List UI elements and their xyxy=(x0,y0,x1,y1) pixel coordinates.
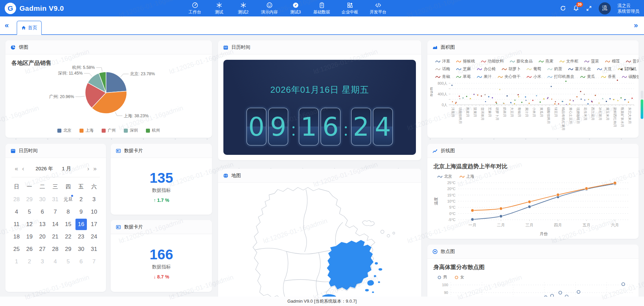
line-legend-item-上海[interactable]: 上海 xyxy=(460,174,474,179)
area-legend-item-话梅[interactable]: 话梅 xyxy=(435,66,450,72)
legend-line-icon xyxy=(626,60,631,63)
calendar-day-11[interactable]: 11 xyxy=(10,218,23,230)
calendar-day-4[interactable]: 4 xyxy=(49,255,62,268)
calendar-day-30[interactable]: 30 xyxy=(75,243,88,255)
nav-item-测试3[interactable]: 测试3 xyxy=(285,1,306,16)
pie-legend-item-深圳[interactable]: 深圳 xyxy=(124,128,138,133)
calendar-day-31[interactable]: 31 xyxy=(88,243,101,255)
legend-prev-icon[interactable]: ◀ xyxy=(620,67,623,71)
nav-item-演示内容[interactable]: 演示内容 xyxy=(257,1,282,16)
calendar-day-7[interactable]: 7 xyxy=(49,206,62,218)
area-legend-item-膨化食品[interactable]: 膨化食品 xyxy=(510,58,533,64)
pie-chart[interactable]: 北京: 23.78%上海: 38.23%广州: 20.96%深圳: 11.45%… xyxy=(5,59,212,125)
nav-item-基础数据[interactable]: 基础数据 xyxy=(309,1,334,16)
calendar-day-27[interactable]: 27 xyxy=(36,243,49,255)
calendar-day-16[interactable]: 16 xyxy=(75,218,88,230)
calendar-day-18[interactable]: 18 xyxy=(10,230,23,243)
calendar-day-6[interactable]: 6 xyxy=(75,255,88,268)
calendar-day-20[interactable]: 20 xyxy=(36,230,49,243)
nav-item-工作台[interactable]: 工作台 xyxy=(184,1,205,16)
area-legend-item-猕猴桃[interactable]: 猕猴桃 xyxy=(456,58,475,64)
calendar-day-2[interactable]: 2 xyxy=(23,255,36,268)
calendar-day-14[interactable]: 14 xyxy=(49,218,62,230)
tabs-expand-button[interactable]: » xyxy=(634,21,638,30)
calendar-month-label[interactable]: 1 月 xyxy=(62,166,71,172)
calendar-prev-button[interactable]: ‹ xyxy=(20,165,26,172)
area-legend-item-奶茶[interactable]: 奶茶 xyxy=(547,66,562,72)
page-scrollbar[interactable] xyxy=(641,91,643,119)
calendar-day-17[interactable]: 17 xyxy=(88,218,101,230)
fullscreen-button[interactable] xyxy=(586,5,592,11)
area-legend-item-芝麻[interactable]: 芝麻 xyxy=(456,66,471,72)
legend-next-icon[interactable]: ▶ xyxy=(631,67,634,71)
calendar-day-元旦[interactable]: 元旦 xyxy=(62,193,75,206)
calendar-next-button[interactable]: › xyxy=(85,165,91,172)
area-legend-item-文件柜[interactable]: 文件柜 xyxy=(559,58,578,64)
area-legend-item-薯片礼盒[interactable]: 薯片礼盒 xyxy=(568,66,591,72)
calendar-day-7[interactable]: 7 xyxy=(88,255,101,268)
nav-item-开发平台[interactable]: 开发平台 xyxy=(366,1,390,16)
calendar-day-28[interactable]: 28 xyxy=(49,243,62,255)
area-legend-item-普洱茶[interactable]: 普洱茶 xyxy=(626,58,639,64)
pie-legend-item-广州[interactable]: 广州 xyxy=(102,128,116,133)
area-legend-item-菠菜[interactable]: 菠菜 xyxy=(584,58,599,64)
area-legend-item-葡萄[interactable]: 葡萄 xyxy=(527,66,541,72)
area-legend-item-洋葱[interactable]: 洋葱 xyxy=(435,58,450,64)
user-avatar[interactable]: 流 xyxy=(599,2,611,14)
calendar-day-15[interactable]: 15 xyxy=(62,218,75,230)
line-chart[interactable]: -5°C0°C5°C10°C15°C20°C25°C一月二月三月四月五月六月温度… xyxy=(427,180,639,238)
area-legend-item-榴莲[interactable]: 榴莲 xyxy=(605,58,620,64)
calendar-day-1[interactable]: 1 xyxy=(10,255,23,268)
calendar-day-3[interactable]: 3 xyxy=(36,255,49,268)
calendar-day-28[interactable]: 28 xyxy=(10,193,23,206)
notifications-button[interactable]: 39 xyxy=(573,5,579,11)
area-legend-item-燕麦[interactable]: 燕麦 xyxy=(539,58,553,64)
area-chart[interactable]: 0人400人800人num洋葱月功能饮料月燕麦月菠菜月普洱茶月芝麻月胡萝卜月奶茶… xyxy=(427,75,639,138)
calendar-day-2[interactable]: 2 xyxy=(75,193,88,206)
area-legend-item-胡萝卜[interactable]: 胡萝卜 xyxy=(502,66,521,72)
pie-legend-item-杭州[interactable]: 杭州 xyxy=(146,128,160,133)
nav-item-测试[interactable]: 测试 xyxy=(209,1,229,16)
refresh-button[interactable] xyxy=(560,5,566,11)
nav-item-label: 测试 xyxy=(215,9,223,15)
nav-item-测试2[interactable]: 测试2 xyxy=(233,1,254,16)
calendar-day-12[interactable]: 12 xyxy=(23,218,36,230)
calendar-year-label[interactable]: 2026 年 xyxy=(36,166,53,172)
area-legend-item-大豆[interactable]: 大豆 xyxy=(597,66,612,72)
calendar-fast-next-button[interactable]: » xyxy=(91,165,99,172)
line-legend-item-北京[interactable]: 北京 xyxy=(437,174,452,179)
calendar-day-23[interactable]: 23 xyxy=(75,230,88,243)
calendar-day-31[interactable]: 31 xyxy=(49,193,62,206)
tab-home[interactable]: 首页 xyxy=(17,21,42,35)
legend-line-icon xyxy=(481,60,486,63)
area-legend-item-办公椅[interactable]: 办公椅 xyxy=(477,66,496,72)
tabs-collapse-button[interactable]: « xyxy=(5,21,9,30)
calendar-day-6[interactable]: 6 xyxy=(36,206,49,218)
line-chart-heading: 北京上海温度趋势上半年对比 xyxy=(427,158,639,170)
calendar-day-5[interactable]: 5 xyxy=(23,206,36,218)
user-info[interactable]: 流之云 系统管理员 xyxy=(618,3,639,14)
calendar-day-25[interactable]: 25 xyxy=(10,243,23,255)
calendar-day-29[interactable]: 29 xyxy=(62,243,75,255)
calendar-day-19[interactable]: 19 xyxy=(23,230,36,243)
pie-legend-item-上海[interactable]: 上海 xyxy=(79,128,94,133)
calendar-day-8[interactable]: 8 xyxy=(62,206,75,218)
calendar-day-22[interactable]: 22 xyxy=(62,230,75,243)
calendar-day-24[interactable]: 24 xyxy=(88,230,101,243)
calendar-day-21[interactable]: 21 xyxy=(49,230,62,243)
calendar-day-4[interactable]: 4 xyxy=(10,206,23,218)
calendar-day-26[interactable]: 26 xyxy=(23,243,36,255)
pie-legend-item-北京[interactable]: 北京 xyxy=(57,128,71,133)
area-legend-item-功能饮料[interactable]: 功能饮料 xyxy=(481,58,504,64)
calendar-day-29[interactable]: 29 xyxy=(23,193,36,206)
calendar-day-9[interactable]: 9 xyxy=(75,206,88,218)
calendar-fast-prev-button[interactable]: « xyxy=(13,165,20,172)
calendar-day-30[interactable]: 30 xyxy=(36,193,49,206)
calendar-day-13[interactable]: 13 xyxy=(36,218,49,230)
calendar-day-3[interactable]: 3 xyxy=(88,193,101,206)
nav-item-企业中枢[interactable]: 企业中枢 xyxy=(337,1,362,16)
calendar-day-10[interactable]: 10 xyxy=(88,206,101,218)
calendar-day-5[interactable]: 5 xyxy=(62,255,75,268)
scrollbar-thumb[interactable] xyxy=(641,99,643,119)
province-map[interactable] xyxy=(218,183,421,306)
